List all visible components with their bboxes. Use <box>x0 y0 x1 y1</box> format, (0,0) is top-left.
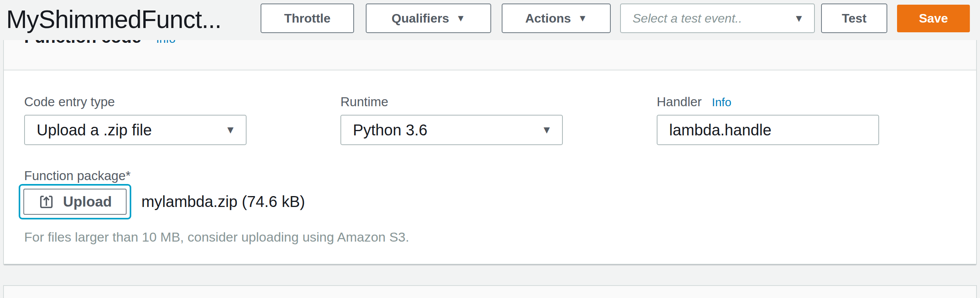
actions-dropdown-button[interactable]: Actions ▼ <box>502 4 611 33</box>
code-entry-type-label: Code entry type <box>24 95 340 109</box>
function-header-bar: MyShimmedFunct... Throttle Qualifiers ▼ … <box>0 0 980 40</box>
upload-button[interactable]: Upload <box>23 189 127 215</box>
test-event-select[interactable]: Select a test event.. ▼ <box>620 4 815 33</box>
runtime-label-text: Runtime <box>340 95 388 109</box>
test-event-placeholder: Select a test event.. <box>633 11 742 26</box>
runtime-value: Python 3.6 <box>353 121 427 139</box>
header-actions: Throttle Qualifiers ▼ Actions ▼ Select a… <box>261 4 970 33</box>
upload-icon <box>38 194 55 210</box>
runtime-select[interactable]: Python 3.6 ▼ <box>340 115 563 145</box>
function-code-panel: Function code Info Code entry type Uploa… <box>3 21 977 265</box>
qualifiers-button-label: Qualifiers <box>391 11 449 26</box>
function-name-title: MyShimmedFunct... <box>6 0 221 39</box>
runtime-label: Runtime <box>340 95 657 109</box>
chevron-down-icon: ▼ <box>456 14 465 23</box>
test-button-label: Test <box>842 11 866 26</box>
code-settings-row: Code entry type Upload a .zip file ▼ Run… <box>24 95 956 145</box>
save-button-label: Save <box>919 11 948 26</box>
throttle-button-label: Throttle <box>284 11 330 26</box>
chevron-down-icon: ▼ <box>541 124 552 136</box>
upload-button-label: Upload <box>63 194 112 210</box>
code-entry-type-label-text: Code entry type <box>24 95 115 109</box>
lambda-console-page: Function code Info Code entry type Uploa… <box>0 0 980 298</box>
function-package-label: Function package* <box>24 168 956 183</box>
function-code-panel-body: Code entry type Upload a .zip file ▼ Run… <box>4 71 976 245</box>
code-entry-type-select[interactable]: Upload a .zip file ▼ <box>24 115 247 145</box>
code-entry-type-value: Upload a .zip file <box>37 121 152 139</box>
test-button[interactable]: Test <box>821 4 887 33</box>
handler-label-text: Handler <box>657 95 702 109</box>
next-panel-top-edge <box>3 285 977 298</box>
handler-info-link[interactable]: Info <box>712 96 731 109</box>
runtime-field: Runtime Python 3.6 ▼ <box>340 95 657 145</box>
chevron-down-icon: ▼ <box>225 124 236 136</box>
chevron-down-icon: ▼ <box>578 14 587 23</box>
uploaded-file-info: mylambda.zip (74.6 kB) <box>141 193 305 210</box>
chevron-down-icon: ▼ <box>794 12 804 25</box>
handler-field: Handler Info <box>657 95 956 145</box>
handler-label: Handler Info <box>657 95 956 109</box>
code-entry-type-field: Code entry type Upload a .zip file ▼ <box>24 95 340 145</box>
throttle-button[interactable]: Throttle <box>261 4 354 33</box>
function-package-section: Function package* Upload mylambda.zip <box>24 168 956 245</box>
upload-row: Upload mylambda.zip (74.6 kB) <box>24 184 956 219</box>
handler-input[interactable] <box>657 115 879 145</box>
qualifiers-dropdown-button[interactable]: Qualifiers ▼ <box>366 4 491 33</box>
upload-focus-ring: Upload <box>19 184 131 219</box>
actions-button-label: Actions <box>525 11 571 26</box>
s3-helper-text: For files larger than 10 MB, consider up… <box>24 230 956 245</box>
save-button[interactable]: Save <box>897 5 970 32</box>
